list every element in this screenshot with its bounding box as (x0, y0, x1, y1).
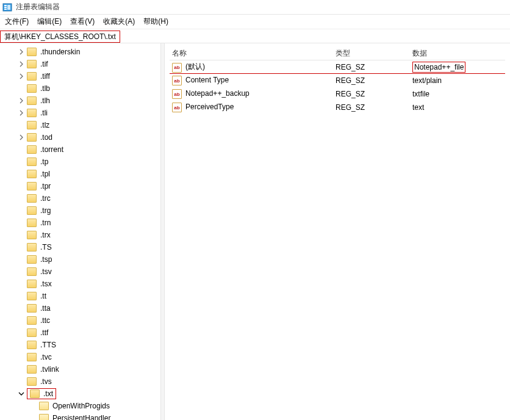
tree-item[interactable]: .tt (0, 290, 160, 302)
chevron-right-icon[interactable] (17, 170, 26, 178)
tree-item[interactable]: .tsx (0, 278, 160, 290)
value-name: PerceivedType (185, 103, 234, 111)
chevron-right-icon[interactable] (17, 267, 26, 276)
folder-icon (27, 316, 37, 325)
chevron-right-icon[interactable] (17, 60, 26, 68)
tree-item[interactable]: .tpl (0, 168, 160, 180)
svg-rect-2 (4, 7, 7, 8)
menu-favorites[interactable]: 收藏夹(A) (103, 16, 135, 27)
chevron-right-icon[interactable] (17, 72, 26, 81)
col-header-data[interactable]: 数据 (410, 48, 505, 59)
chevron-right-icon[interactable] (17, 219, 26, 227)
chevron-right-icon[interactable] (17, 133, 26, 142)
menu-view[interactable]: 查看(V) (70, 16, 95, 27)
tree-item[interactable]: .trc (0, 192, 160, 205)
chevron-right-icon[interactable] (17, 292, 26, 300)
chevron-right-icon[interactable] (17, 377, 26, 386)
registry-tree[interactable]: .thunderskin.tif.tiff.tlb.tlh.tli.tlz.to… (0, 46, 160, 420)
tree-item[interactable]: .tif (0, 58, 160, 70)
chevron-right-icon[interactable] (17, 304, 26, 313)
tree-item[interactable]: .tli (0, 107, 160, 119)
tree-item-label: .ttf (40, 328, 48, 337)
string-value-icon: ab (172, 63, 182, 73)
chevron-right-icon[interactable] (17, 341, 26, 349)
tree-item[interactable]: .tsv (0, 266, 160, 278)
folder-icon (27, 304, 37, 313)
tree-item[interactable]: .ttc (0, 314, 160, 327)
tree-item-label: .ttc (40, 316, 50, 325)
tree-item[interactable]: .tvlink (0, 363, 160, 375)
chevron-right-icon[interactable] (17, 365, 26, 374)
list-header: 名称 类型 数据 (170, 47, 505, 60)
tree-item[interactable]: .ttf (0, 327, 160, 339)
tree-pane[interactable]: .thunderskin.tif.tiff.tlb.tlh.tli.tlz.to… (0, 43, 161, 420)
col-header-name[interactable]: 名称 (170, 48, 333, 59)
chevron-right-icon[interactable] (17, 96, 26, 105)
tree-item[interactable]: .txt (0, 388, 160, 400)
chevron-right-icon[interactable] (17, 231, 26, 239)
folder-icon (27, 267, 37, 276)
tree-item[interactable]: .tlh (0, 95, 160, 107)
cell-data: text (410, 103, 505, 112)
list-row[interactable]: abNotepad++_backupREG_SZtxtfile (170, 87, 505, 101)
menu-help[interactable]: 帮助(H) (143, 16, 168, 27)
tree-item[interactable]: .thunderskin (0, 46, 160, 58)
chevron-right-icon[interactable] (17, 182, 26, 190)
tree-item[interactable]: .torrent (0, 143, 160, 156)
chevron-right-icon[interactable] (17, 353, 26, 361)
chevron-right-icon[interactable] (17, 109, 26, 117)
tree-item[interactable]: .TS (0, 241, 160, 253)
chevron-right-icon[interactable] (17, 206, 26, 215)
chevron-right-icon[interactable] (17, 84, 26, 93)
tree-item[interactable]: .tsp (0, 253, 160, 266)
chevron-right-icon[interactable] (17, 280, 26, 288)
tree-item[interactable]: .tta (0, 302, 160, 314)
list-row[interactable]: abContent TypeREG_SZtext/plain (170, 74, 505, 87)
tree-item[interactable]: OpenWithProgids (0, 400, 160, 412)
list-row[interactable]: abPerceivedTypeREG_SZtext (170, 101, 505, 114)
tree-item[interactable]: .tlb (0, 82, 160, 95)
tree-item[interactable]: .tpr (0, 180, 160, 192)
folder-icon (27, 255, 37, 264)
tree-item-label: .TTS (40, 341, 56, 349)
chevron-right-icon[interactable] (17, 145, 26, 154)
address-path[interactable]: 算机\HKEY_CLASSES_ROOT\.txt (0, 31, 120, 43)
chevron-right-icon[interactable] (17, 158, 26, 166)
tree-item[interactable]: .tod (0, 131, 160, 143)
folder-icon (27, 353, 37, 361)
tree-item[interactable]: .tvs (0, 375, 160, 388)
col-header-type[interactable]: 类型 (333, 48, 410, 59)
value-data-highlight: Notepad++_file (412, 62, 465, 73)
list-body: ab(默认)REG_SZNotepad++_fileabContent Type… (170, 60, 505, 114)
tree-item[interactable]: .trn (0, 217, 160, 229)
menu-file[interactable]: 文件(F) (5, 16, 29, 27)
tree-item[interactable]: .tiff (0, 70, 160, 82)
menu-edit[interactable]: 编辑(E) (37, 16, 62, 27)
chevron-right-icon[interactable] (17, 194, 26, 203)
cell-name: ab(默认) (170, 62, 333, 73)
list-row[interactable]: ab(默认)REG_SZNotepad++_file (170, 60, 505, 74)
chevron-right-icon[interactable] (17, 255, 26, 264)
chevron-right-icon[interactable] (17, 121, 26, 129)
folder-icon (39, 414, 49, 420)
tree-item[interactable]: PersistentHandler (0, 412, 160, 420)
folder-icon (27, 182, 37, 190)
tree-item[interactable]: .trx (0, 229, 160, 241)
tree-item[interactable]: .tlz (0, 119, 160, 131)
chevron-right-icon[interactable] (29, 402, 38, 410)
tree-item-label: .tli (40, 109, 48, 117)
chevron-right-icon[interactable] (17, 243, 26, 252)
chevron-right-icon[interactable] (17, 48, 26, 56)
chevron-right-icon[interactable] (17, 316, 26, 325)
svg-rect-3 (4, 9, 7, 10)
tree-item[interactable]: .tp (0, 156, 160, 168)
chevron-right-icon[interactable] (29, 414, 38, 420)
tree-item[interactable]: .TTS (0, 339, 160, 351)
tree-item[interactable]: .trg (0, 205, 160, 217)
folder-icon (27, 60, 37, 68)
tree-item[interactable]: .tvc (0, 351, 160, 363)
folder-icon (27, 194, 37, 203)
chevron-down-icon[interactable] (17, 389, 26, 398)
chevron-right-icon[interactable] (17, 328, 26, 337)
tree-item-selected[interactable]: .txt (27, 388, 56, 399)
